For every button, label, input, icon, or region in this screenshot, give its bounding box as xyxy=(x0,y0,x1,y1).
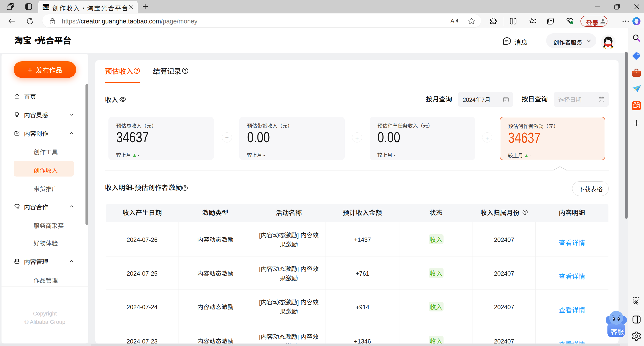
svg-text:A: A xyxy=(450,18,454,24)
